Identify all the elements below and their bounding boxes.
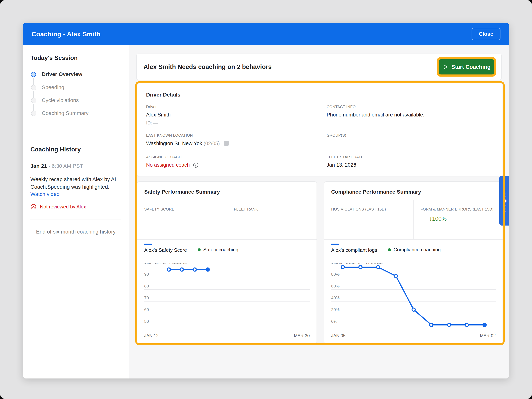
legend-label: Alex's compliant logs bbox=[331, 247, 377, 253]
fleet-start-date-value: Jan 13, 2026 bbox=[327, 162, 356, 168]
location-date: (02/05) bbox=[203, 141, 220, 146]
banner-title: Alex Smith Needs coaching on 2 behaviors bbox=[143, 54, 272, 80]
svg-text:60: 60 bbox=[144, 307, 149, 312]
assigned-coach-label: ASSIGNED COACH bbox=[146, 155, 182, 159]
legend-label: Compliance coaching bbox=[393, 247, 441, 253]
hos-violations-value: — bbox=[331, 215, 337, 222]
sidebar-item-cycle-violations[interactable]: Cycle violations bbox=[42, 97, 79, 103]
driver-details-card: Driver Details Driver Alex Smith ID: — C… bbox=[137, 83, 503, 177]
step-connector bbox=[33, 104, 34, 111]
start-coaching-label: Start Coaching bbox=[451, 64, 491, 70]
svg-text:90: 90 bbox=[144, 272, 149, 277]
step-connector bbox=[33, 78, 34, 85]
card-divider bbox=[324, 239, 503, 240]
fleet-rank-value: — bbox=[234, 215, 240, 222]
history-entry-date: Jan 21 bbox=[30, 163, 47, 169]
driver-id: ID: — bbox=[146, 120, 158, 126]
legend-item-safety-score: Alex's Safety Score bbox=[144, 244, 187, 253]
step-circle-coaching-summary[interactable] bbox=[31, 111, 36, 116]
page-background: Coaching - Alex Smith Close Today's Sess… bbox=[0, 0, 532, 399]
svg-text:80: 80 bbox=[144, 284, 149, 288]
play-icon bbox=[442, 64, 448, 70]
last-known-location-label: LAST KNOWN LOCATION bbox=[146, 133, 193, 138]
line-swatch-icon bbox=[331, 244, 339, 245]
svg-text:80%: 80% bbox=[331, 272, 340, 277]
feedback-tab-label: Feedback bbox=[501, 190, 507, 212]
assigned-coach-value: No assigned coach bbox=[146, 162, 190, 168]
modal-header: Coaching - Alex Smith Close bbox=[23, 23, 509, 45]
session-sidebar: Today's Session Driver Overview Speeding… bbox=[23, 45, 129, 379]
coaching-modal: Coaching - Alex Smith Close Today's Sess… bbox=[23, 23, 509, 379]
driver-name: Alex Smith bbox=[146, 112, 171, 118]
svg-text:60%: 60% bbox=[331, 284, 340, 288]
compliance-card-title: Compliance Performance Summary bbox=[331, 189, 421, 195]
sidebar-divider bbox=[30, 133, 121, 133]
step-circle-cycle-violations[interactable] bbox=[31, 98, 36, 103]
x-axis-start-label: JAN 05 bbox=[331, 333, 345, 338]
driver-details-title: Driver Details bbox=[146, 92, 180, 98]
compliance-legend: Alex's compliant logs Compliance coachin… bbox=[331, 244, 441, 253]
safety-score-value: — bbox=[144, 215, 150, 222]
svg-text:0%: 0% bbox=[331, 319, 337, 324]
fleet-rank-label: FLEET RANK bbox=[234, 207, 258, 211]
legend-label: Safety coaching bbox=[203, 247, 238, 253]
safety-performance-card: Safety Performance Summary SAFETY SCORE … bbox=[137, 181, 317, 344]
legend-item-compliant-logs: Alex's compliant logs bbox=[331, 244, 377, 253]
safety-score-label: SAFETY SCORE bbox=[144, 207, 174, 211]
sidebar-item-driver-overview[interactable]: Driver Overview bbox=[42, 71, 82, 77]
groups-value: — bbox=[327, 141, 332, 146]
svg-text:40%: 40% bbox=[331, 295, 340, 300]
step-connector bbox=[33, 91, 34, 98]
coaching-history-title: Coaching History bbox=[30, 146, 81, 153]
dot-swatch-icon bbox=[388, 248, 391, 251]
info-icon[interactable] bbox=[193, 162, 199, 168]
form-manner-errors-value: — ↓100% bbox=[420, 215, 447, 222]
modal-title: Coaching - Alex Smith bbox=[32, 30, 101, 38]
fleet-start-date-label: FLEET START DATE bbox=[327, 155, 364, 159]
hos-violations-label: HOS VIOLATIONS (LAST 15D) bbox=[331, 207, 386, 211]
sidebar-item-speeding[interactable]: Speeding bbox=[42, 84, 64, 90]
history-entry-datetime: Jan 21 · 6:30 AM PST bbox=[30, 163, 83, 169]
watch-video-link[interactable]: Watch video bbox=[30, 191, 59, 197]
history-entry-separator: · bbox=[48, 163, 50, 169]
step-circle-speeding[interactable] bbox=[31, 85, 36, 90]
start-coaching-highlight-ring: Start Coaching bbox=[437, 57, 496, 76]
svg-text:70: 70 bbox=[144, 295, 149, 300]
compliance-performance-card: Compliance Performance Summary HOS VIOLA… bbox=[324, 181, 503, 344]
close-button[interactable]: Close bbox=[472, 28, 500, 40]
last-known-location-value: Washington St, New Yok (02/05) bbox=[146, 141, 229, 146]
svg-text:20%: 20% bbox=[331, 307, 340, 312]
sidebar-item-coaching-summary[interactable]: Coaching Summary bbox=[42, 110, 89, 116]
safety-score-chart: 100 - SAFETY SCORE9080706050 bbox=[144, 263, 310, 332]
contact-info-label: CONTACT INFO bbox=[327, 105, 356, 109]
svg-text:50: 50 bbox=[144, 319, 149, 324]
x-axis-end-label: MAR 30 bbox=[294, 333, 310, 338]
start-coaching-button[interactable]: Start Coaching bbox=[439, 59, 494, 75]
safety-legend: Alex's Safety Score Safety coaching bbox=[144, 244, 238, 253]
assigned-coach-row: No assigned coach bbox=[146, 162, 199, 168]
history-entry-body: Weekly recap shared with Alex by AI Coac… bbox=[30, 176, 121, 191]
x-axis-start-label: JAN 12 bbox=[144, 333, 158, 338]
step-circle-driver-overview[interactable] bbox=[31, 72, 36, 77]
svg-text:100% - COMPLIANT LOGS: 100% - COMPLIANT LOGS bbox=[331, 263, 383, 265]
safety-chart-x-axis: JAN 12 MAR 30 bbox=[144, 333, 310, 338]
line-swatch-icon bbox=[144, 244, 152, 245]
legend-item-safety-coaching: Safety coaching bbox=[198, 247, 238, 253]
driver-label: Driver bbox=[146, 105, 157, 109]
stats-divider bbox=[227, 200, 227, 239]
history-entry-time: 6:30 AM PST bbox=[52, 163, 83, 169]
stats-divider bbox=[413, 200, 414, 239]
safety-card-title: Safety Performance Summary bbox=[144, 189, 220, 195]
location-placeholder-icon bbox=[224, 141, 229, 146]
x-axis-end-label: MAR 02 bbox=[480, 333, 496, 338]
groups-label: GROUP(S) bbox=[327, 133, 346, 138]
coaching-banner: Alex Smith Needs coaching on 2 behaviors… bbox=[136, 54, 502, 80]
feedback-tab[interactable]: Feedback bbox=[499, 176, 509, 226]
location-text: Washington St, New Yok bbox=[146, 141, 202, 146]
legend-label: Alex's Safety Score bbox=[144, 247, 187, 253]
form-manner-errors-label: FORM & MANNER ERRORS (LAST 15D) bbox=[420, 207, 494, 211]
compliant-logs-chart: 100% - COMPLIANT LOGS80%60%40%20%0% bbox=[331, 263, 496, 332]
not-reviewed-icon bbox=[30, 204, 37, 210]
history-review-status: Not reviewed by Alex bbox=[30, 204, 86, 210]
history-end-note: End of six month coaching history bbox=[23, 229, 129, 235]
